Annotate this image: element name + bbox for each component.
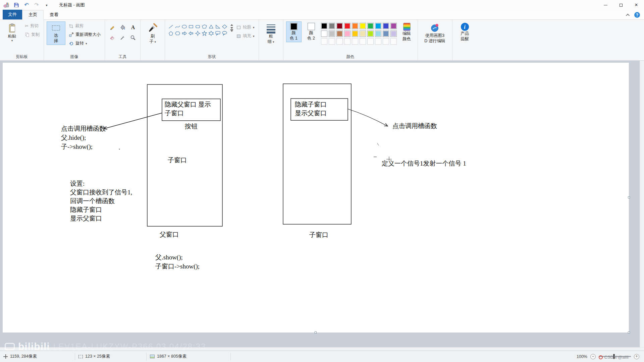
- minimize-button[interactable]: [598, 0, 613, 10]
- palette-swatch[interactable]: [336, 31, 343, 37]
- palette-swatch[interactable]: [336, 23, 343, 29]
- parent-window-caption: 父窗口: [160, 230, 179, 239]
- palette-swatch-empty[interactable]: [336, 38, 343, 45]
- shape-left-arrow-icon[interactable]: [188, 30, 194, 37]
- group-clipboard: 粘贴 ▾ ✂ 剪切 复制 剪贴板: [0, 20, 44, 60]
- palette-swatch-empty[interactable]: [390, 38, 397, 45]
- magnifier-tool-button[interactable]: [128, 33, 138, 42]
- fill-tool-button[interactable]: [118, 23, 127, 32]
- palette-swatch[interactable]: [321, 23, 327, 29]
- redo-button[interactable]: ↷: [33, 1, 40, 9]
- palette-swatch-empty[interactable]: [375, 38, 381, 45]
- shape-rounded-rectangle-icon[interactable]: [195, 23, 201, 30]
- shape-six-point-star-icon[interactable]: [208, 30, 214, 37]
- palette-swatch[interactable]: [383, 23, 389, 29]
- palette-swatch-empty[interactable]: [329, 38, 335, 45]
- palette-swatch[interactable]: [390, 23, 397, 29]
- palette-swatch[interactable]: [329, 23, 335, 29]
- rotate-button[interactable]: 旋转 ▾: [67, 40, 102, 47]
- palette-swatch[interactable]: [360, 31, 366, 37]
- collapse-ribbon-icon[interactable]: [626, 13, 630, 17]
- paint3d-icon: [430, 23, 440, 33]
- tab-file[interactable]: 文件: [3, 10, 22, 19]
- brushes-button[interactable]: 刷 子 ▾: [143, 21, 162, 46]
- help-button[interactable]: ?: [634, 12, 640, 18]
- shape-rectangle-icon[interactable]: [188, 23, 194, 30]
- shape-hexagon-icon[interactable]: [174, 30, 181, 37]
- resize-button[interactable]: 重新调整大小: [67, 31, 102, 39]
- eraser-tool-button[interactable]: [108, 33, 117, 42]
- palette-swatch[interactable]: [367, 31, 374, 37]
- pencil-tool-button[interactable]: [108, 23, 117, 32]
- shape-polygon-icon[interactable]: [201, 23, 208, 30]
- palette-swatch-empty[interactable]: [344, 38, 351, 45]
- shape-line-icon[interactable]: [168, 23, 174, 30]
- shapes-more-icon[interactable]: [230, 30, 233, 32]
- paste-button[interactable]: 粘贴 ▾: [3, 21, 21, 43]
- color1-swatch: [290, 23, 298, 30]
- shape-rounded-callout-icon[interactable]: [215, 30, 221, 37]
- close-button[interactable]: ×: [629, 0, 644, 10]
- select-button[interactable]: 选 择: [47, 21, 65, 45]
- crop-button[interactable]: 裁剪: [67, 22, 102, 30]
- palette-swatch[interactable]: [344, 23, 351, 29]
- product-alert-button[interactable]: i 产品 提醒: [455, 21, 475, 43]
- cut-icon: ✂: [25, 23, 29, 28]
- save-button[interactable]: [13, 1, 20, 9]
- shapes-grid: [168, 21, 228, 37]
- palette-swatch[interactable]: [360, 23, 366, 29]
- cut-button[interactable]: ✂ 剪切: [23, 22, 41, 30]
- cursor-position-text: 1159, 284像素: [10, 354, 37, 359]
- palette-swatch[interactable]: [375, 23, 381, 29]
- shape-fill-button[interactable]: 填充 ▾: [235, 32, 256, 40]
- group-label-tools: 工具: [105, 54, 140, 60]
- color1-button[interactable]: 颜 色 1: [286, 21, 302, 42]
- shape-four-point-star-icon[interactable]: [195, 30, 201, 37]
- zoom-out-button[interactable]: −: [590, 354, 596, 359]
- tab-home[interactable]: 主页: [22, 10, 44, 20]
- palette-swatch[interactable]: [390, 31, 397, 37]
- customize-qat-button[interactable]: ▾: [43, 1, 50, 9]
- zoom-in-button[interactable]: +: [634, 354, 639, 359]
- palette-swatch-empty[interactable]: [321, 38, 327, 45]
- paint3d-button[interactable]: 使用画图3 D 进行编辑: [421, 21, 449, 45]
- shape-pentagon-icon[interactable]: [168, 30, 174, 37]
- palette-swatch-empty[interactable]: [352, 38, 358, 45]
- palette-swatch[interactable]: [352, 23, 358, 29]
- shape-five-point-star-icon[interactable]: [201, 30, 208, 37]
- vertical-scrollbar[interactable]: [640, 61, 644, 347]
- palette-swatch[interactable]: [383, 31, 389, 37]
- restore-button[interactable]: [613, 0, 629, 10]
- shapes-scroll-down-icon[interactable]: [230, 27, 233, 29]
- eraser-icon: [109, 35, 115, 41]
- color2-button[interactable]: 颜 色 2: [304, 21, 319, 42]
- tab-view[interactable]: 查看: [44, 10, 64, 19]
- shape-triangle-icon[interactable]: [208, 23, 214, 30]
- shape-diamond-icon[interactable]: [221, 23, 228, 30]
- color-picker-tool-button[interactable]: [118, 33, 127, 42]
- drawing-canvas[interactable]: 隐藏父窗口 显示 子窗口 按钮 子窗口 父窗口 点击调用槽函数 父.hide()…: [3, 63, 629, 333]
- edit-colors-button[interactable]: 编辑 颜色: [399, 21, 415, 43]
- caret-down-icon: ▾: [86, 42, 87, 45]
- undo-button[interactable]: ↶: [23, 1, 30, 9]
- text-tool-button[interactable]: A: [128, 23, 138, 32]
- paste-label: 粘贴: [8, 34, 16, 39]
- palette-swatch-empty[interactable]: [367, 38, 374, 45]
- shape-oval-callout-icon[interactable]: [221, 30, 228, 37]
- palette-swatch[interactable]: [321, 31, 327, 37]
- palette-swatch[interactable]: [344, 31, 351, 37]
- shape-oval-icon[interactable]: [181, 23, 187, 30]
- size-button[interactable]: 粗 细 ▾: [262, 21, 280, 46]
- shape-curve-icon[interactable]: [174, 23, 181, 30]
- shape-right-arrow-icon[interactable]: [181, 30, 187, 37]
- palette-swatch[interactable]: [352, 31, 358, 37]
- outline-button[interactable]: 轮廓 ▾: [235, 23, 256, 31]
- shape-right-triangle-icon[interactable]: [215, 23, 221, 30]
- shapes-scroll-up-icon[interactable]: [230, 24, 233, 26]
- palette-swatch[interactable]: [329, 31, 335, 37]
- palette-swatch[interactable]: [375, 31, 381, 37]
- palette-swatch[interactable]: [367, 23, 374, 29]
- palette-swatch-empty[interactable]: [360, 38, 366, 45]
- copy-button[interactable]: 复制: [23, 31, 41, 39]
- palette-swatch-empty[interactable]: [383, 38, 389, 45]
